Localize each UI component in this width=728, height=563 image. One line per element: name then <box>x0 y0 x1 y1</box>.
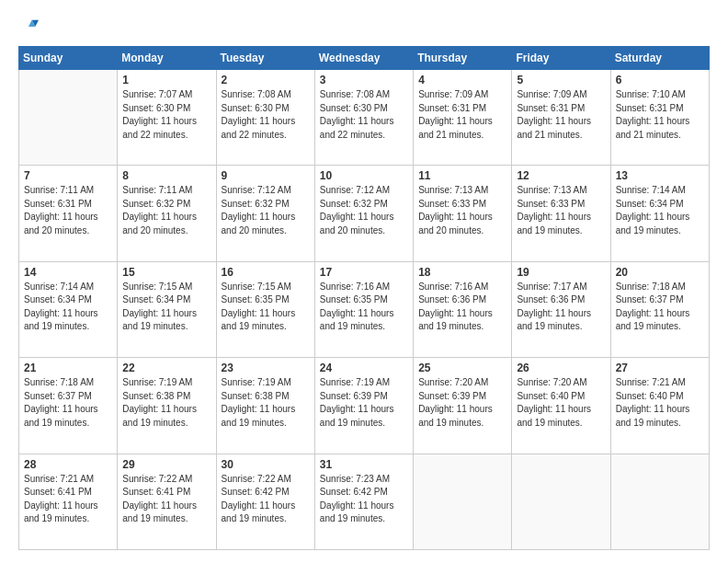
day-number: 26 <box>517 362 605 374</box>
day-number: 14 <box>24 266 112 279</box>
day-number: 8 <box>122 169 210 182</box>
calendar-header-sunday: Sunday <box>19 47 118 70</box>
calendar-cell <box>610 454 709 549</box>
day-number: 1 <box>122 74 210 86</box>
day-info: Sunrise: 7:21 AM Sunset: 6:40 PM Dayligh… <box>616 376 704 430</box>
day-number: 19 <box>517 266 605 279</box>
day-number: 11 <box>418 169 506 182</box>
day-number: 25 <box>418 362 506 374</box>
calendar-cell: 23Sunrise: 7:19 AM Sunset: 6:38 PM Dayli… <box>216 358 314 454</box>
day-info: Sunrise: 7:11 AM Sunset: 6:32 PM Dayligh… <box>122 184 210 237</box>
day-info: Sunrise: 7:07 AM Sunset: 6:30 PM Dayligh… <box>122 88 210 142</box>
day-number: 18 <box>418 266 506 279</box>
calendar-cell: 25Sunrise: 7:20 AM Sunset: 6:39 PM Dayli… <box>414 358 512 454</box>
calendar-cell: 8Sunrise: 7:11 AM Sunset: 6:32 PM Daylig… <box>118 166 216 261</box>
calendar-cell <box>19 70 118 166</box>
day-number: 24 <box>320 362 408 374</box>
calendar-cell: 13Sunrise: 7:14 AM Sunset: 6:34 PM Dayli… <box>610 166 709 261</box>
calendar-cell: 30Sunrise: 7:22 AM Sunset: 6:42 PM Dayli… <box>216 454 314 549</box>
day-number: 30 <box>222 458 310 471</box>
day-info: Sunrise: 7:21 AM Sunset: 6:41 PM Dayligh… <box>24 473 112 526</box>
logo <box>18 17 42 37</box>
day-number: 20 <box>616 266 704 279</box>
day-number: 2 <box>222 74 310 86</box>
calendar-cell: 4Sunrise: 7:09 AM Sunset: 6:31 PM Daylig… <box>414 70 512 166</box>
day-info: Sunrise: 7:22 AM Sunset: 6:42 PM Dayligh… <box>222 473 310 526</box>
calendar-week-1: 1Sunrise: 7:07 AM Sunset: 6:30 PM Daylig… <box>19 70 710 166</box>
calendar-cell: 18Sunrise: 7:16 AM Sunset: 6:36 PM Dayli… <box>414 261 512 357</box>
calendar-cell: 29Sunrise: 7:22 AM Sunset: 6:41 PM Dayli… <box>118 454 216 549</box>
calendar-cell: 22Sunrise: 7:19 AM Sunset: 6:38 PM Dayli… <box>118 358 216 454</box>
day-number: 17 <box>320 266 408 279</box>
day-number: 27 <box>616 362 704 374</box>
calendar-header-tuesday: Tuesday <box>216 47 314 70</box>
day-info: Sunrise: 7:14 AM Sunset: 6:34 PM Dayligh… <box>24 281 112 334</box>
day-info: Sunrise: 7:23 AM Sunset: 6:42 PM Dayligh… <box>320 473 408 526</box>
calendar-header-monday: Monday <box>118 47 216 70</box>
day-info: Sunrise: 7:20 AM Sunset: 6:39 PM Dayligh… <box>418 376 506 430</box>
day-info: Sunrise: 7:15 AM Sunset: 6:34 PM Dayligh… <box>122 281 210 334</box>
day-number: 12 <box>517 169 605 182</box>
day-info: Sunrise: 7:19 AM Sunset: 6:38 PM Dayligh… <box>122 376 210 430</box>
day-info: Sunrise: 7:10 AM Sunset: 6:31 PM Dayligh… <box>616 88 704 142</box>
day-info: Sunrise: 7:11 AM Sunset: 6:31 PM Dayligh… <box>24 184 112 237</box>
day-number: 21 <box>24 362 112 374</box>
day-number: 3 <box>320 74 408 86</box>
calendar-header-saturday: Saturday <box>610 47 709 70</box>
day-info: Sunrise: 7:18 AM Sunset: 6:37 PM Dayligh… <box>616 281 704 334</box>
day-number: 4 <box>418 74 506 86</box>
day-number: 10 <box>320 169 408 182</box>
day-number: 13 <box>616 169 704 182</box>
day-number: 28 <box>24 458 112 471</box>
day-info: Sunrise: 7:09 AM Sunset: 6:31 PM Dayligh… <box>517 88 605 142</box>
calendar-cell: 19Sunrise: 7:17 AM Sunset: 6:36 PM Dayli… <box>512 261 610 357</box>
calendar-cell: 20Sunrise: 7:18 AM Sunset: 6:37 PM Dayli… <box>610 261 709 357</box>
calendar-cell: 14Sunrise: 7:14 AM Sunset: 6:34 PM Dayli… <box>19 261 118 357</box>
calendar-cell: 26Sunrise: 7:20 AM Sunset: 6:40 PM Dayli… <box>512 358 610 454</box>
day-number: 5 <box>517 74 605 86</box>
day-number: 31 <box>320 458 408 471</box>
calendar-cell <box>512 454 610 549</box>
header <box>18 17 710 37</box>
calendar-cell: 7Sunrise: 7:11 AM Sunset: 6:31 PM Daylig… <box>19 166 118 261</box>
calendar-cell: 11Sunrise: 7:13 AM Sunset: 6:33 PM Dayli… <box>414 166 512 261</box>
calendar-cell: 3Sunrise: 7:08 AM Sunset: 6:30 PM Daylig… <box>314 70 413 166</box>
calendar-cell: 2Sunrise: 7:08 AM Sunset: 6:30 PM Daylig… <box>216 70 314 166</box>
day-number: 6 <box>616 74 704 86</box>
day-number: 22 <box>122 362 210 374</box>
day-number: 9 <box>222 169 310 182</box>
calendar-cell: 28Sunrise: 7:21 AM Sunset: 6:41 PM Dayli… <box>19 454 118 549</box>
calendar-cell: 16Sunrise: 7:15 AM Sunset: 6:35 PM Dayli… <box>216 261 314 357</box>
calendar-week-3: 14Sunrise: 7:14 AM Sunset: 6:34 PM Dayli… <box>19 261 710 357</box>
day-info: Sunrise: 7:18 AM Sunset: 6:37 PM Dayligh… <box>24 376 112 430</box>
calendar-week-5: 28Sunrise: 7:21 AM Sunset: 6:41 PM Dayli… <box>19 454 710 549</box>
calendar-header-thursday: Thursday <box>414 47 512 70</box>
calendar-cell: 21Sunrise: 7:18 AM Sunset: 6:37 PM Dayli… <box>19 358 118 454</box>
page: SundayMondayTuesdayWednesdayThursdayFrid… <box>0 0 728 563</box>
day-info: Sunrise: 7:17 AM Sunset: 6:36 PM Dayligh… <box>517 281 605 334</box>
day-number: 16 <box>222 266 310 279</box>
day-info: Sunrise: 7:12 AM Sunset: 6:32 PM Dayligh… <box>320 184 408 237</box>
calendar-cell: 5Sunrise: 7:09 AM Sunset: 6:31 PM Daylig… <box>512 70 610 166</box>
calendar-header-friday: Friday <box>512 47 610 70</box>
calendar-cell: 17Sunrise: 7:16 AM Sunset: 6:35 PM Dayli… <box>314 261 413 357</box>
day-info: Sunrise: 7:16 AM Sunset: 6:35 PM Dayligh… <box>320 281 408 334</box>
calendar-cell: 12Sunrise: 7:13 AM Sunset: 6:33 PM Dayli… <box>512 166 610 261</box>
calendar-cell: 6Sunrise: 7:10 AM Sunset: 6:31 PM Daylig… <box>610 70 709 166</box>
day-info: Sunrise: 7:15 AM Sunset: 6:35 PM Dayligh… <box>222 281 310 334</box>
day-info: Sunrise: 7:13 AM Sunset: 6:33 PM Dayligh… <box>517 184 605 237</box>
calendar-cell: 10Sunrise: 7:12 AM Sunset: 6:32 PM Dayli… <box>314 166 413 261</box>
calendar-header-row: SundayMondayTuesdayWednesdayThursdayFrid… <box>19 47 710 70</box>
calendar-cell: 9Sunrise: 7:12 AM Sunset: 6:32 PM Daylig… <box>216 166 314 261</box>
logo-icon <box>18 17 39 37</box>
day-number: 29 <box>122 458 210 471</box>
calendar-week-2: 7Sunrise: 7:11 AM Sunset: 6:31 PM Daylig… <box>19 166 710 261</box>
day-info: Sunrise: 7:08 AM Sunset: 6:30 PM Dayligh… <box>222 88 310 142</box>
day-info: Sunrise: 7:22 AM Sunset: 6:41 PM Dayligh… <box>122 473 210 526</box>
day-info: Sunrise: 7:19 AM Sunset: 6:39 PM Dayligh… <box>320 376 408 430</box>
day-info: Sunrise: 7:20 AM Sunset: 6:40 PM Dayligh… <box>517 376 605 430</box>
calendar-cell: 24Sunrise: 7:19 AM Sunset: 6:39 PM Dayli… <box>314 358 413 454</box>
calendar-cell: 15Sunrise: 7:15 AM Sunset: 6:34 PM Dayli… <box>118 261 216 357</box>
day-info: Sunrise: 7:16 AM Sunset: 6:36 PM Dayligh… <box>418 281 506 334</box>
calendar-cell: 27Sunrise: 7:21 AM Sunset: 6:40 PM Dayli… <box>610 358 709 454</box>
